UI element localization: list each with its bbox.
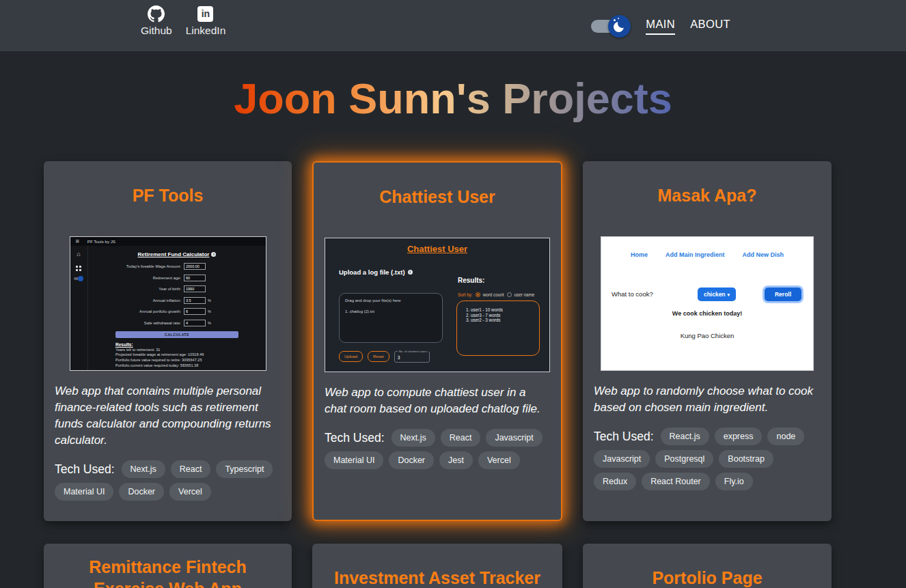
tech-pill: Vercel (478, 451, 520, 469)
ma-question-label: What to cook? (612, 290, 653, 298)
menu-icon: ≡ (76, 238, 79, 244)
pf-titlebar: ≡ PF Tools by JS (70, 237, 266, 246)
dark-mode-toggle[interactable] (591, 14, 631, 38)
pf-result-line: Portfolio future value required to retir… (115, 358, 238, 363)
project-title: Chattiest User (379, 186, 495, 208)
pf-main-panel: Retirement Fund Calculatori Today's live… (89, 246, 266, 370)
tech-pill: React (441, 429, 481, 447)
project-title: Portolio Page (652, 567, 762, 588)
pf-form-row: Today's liveable Wage Amount:2000.00 (115, 263, 238, 270)
tech-pill: React Router (642, 473, 710, 490)
project-card-chattiest-user[interactable]: Chattiest User Chattiest User Upload a l… (312, 161, 562, 521)
pf-result-line: Years left to retirement: 31 (115, 348, 238, 352)
pf-input: 6 (184, 308, 206, 315)
home-icon: ⌂ (77, 251, 80, 257)
masak-apa-screenshot: Home Add Main Ingredient Add New Dish Wh… (601, 236, 814, 371)
nav-link-about[interactable]: ABOUT (690, 16, 730, 35)
projects-grid: PF Tools ≡ PF Tools by JS ⌂ Retirement F… (44, 161, 832, 588)
pf-result-line: Projected liveable wage at retirement ag… (115, 352, 238, 357)
nav-link-main[interactable]: MAIN (646, 16, 675, 35)
pf-input: 4 (184, 320, 206, 326)
tech-used-section: Tech Used: Next.js React Typescript Mate… (55, 460, 281, 501)
radio-unselected-icon (507, 292, 512, 297)
pf-tools-screenshot: ≡ PF Tools by JS ⌂ Retirement Fund Calcu… (70, 236, 266, 371)
radio-selected-icon (476, 292, 480, 297)
mini-theme-toggle-icon (74, 276, 83, 281)
tech-pill: Material UI (325, 451, 383, 469)
hero: Joon Sunn's Projects (0, 72, 906, 126)
pf-input: 60 (184, 275, 206, 281)
cu-controls: Upload Reset No. of chattiest users 3 (339, 351, 430, 363)
pf-form: Today's liveable Wage Amount:2000.00 Ret… (115, 263, 238, 326)
project-description: Web app that contains multiple personal … (55, 383, 281, 449)
cu-result-line: 3. user2 - 3 words (466, 318, 539, 323)
project-title: PF Tools (133, 184, 204, 206)
linkedin-link[interactable]: in LinkedIn (186, 5, 226, 37)
cu-dropzone: Drag and drop your file(s) here 1. chatl… (339, 293, 443, 343)
apps-grid-icon (76, 266, 78, 268)
cu-results-box: 1. user1 - 10 words 2. user3 - 7 words 3… (456, 300, 540, 356)
project-card-masak-apa[interactable]: Masak Apa? Home Add Main Ingredient Add … (583, 161, 832, 521)
tech-pill: Material UI (55, 483, 113, 501)
ma-ingredient-dropdown: chicken▾ (698, 288, 736, 301)
pf-input: 1990 (184, 285, 206, 292)
github-label: Github (141, 25, 172, 37)
linkedin-label: LinkedIn (186, 25, 226, 37)
cu-upload-label: Upload a log file (.txt)i (339, 268, 413, 276)
project-description: Web app to compute chattiest user in a c… (325, 384, 550, 417)
info-icon: i (211, 252, 216, 257)
tech-pill: Redux (594, 473, 636, 490)
tech-used-section: Tech Used: Next.js React Javascript Mate… (325, 429, 550, 469)
tech-used-label: Tech Used: (55, 462, 115, 477)
pf-input: 3.5 (184, 297, 206, 304)
pf-window-title: PF Tools by JS (87, 239, 115, 244)
star-icon (618, 18, 619, 19)
toggle-thumb (608, 15, 631, 38)
pf-result-line: Portfolio current value required today: … (115, 363, 238, 368)
tech-pill: node (767, 428, 804, 445)
tech-pill: Javascript (594, 450, 650, 468)
pf-form-row: Retirement age:60 (115, 275, 238, 281)
project-card-remittance-fintech[interactable]: Remittance Fintech Exercise Web App (44, 544, 292, 588)
ma-nav-link: Home (631, 251, 648, 258)
project-title: Investment Asset Tracker (334, 567, 540, 588)
ma-reroll-button: Reroll (765, 288, 801, 301)
cu-upload-button: Upload (339, 351, 363, 362)
pf-form-row: Year of birth:1990 (115, 285, 238, 292)
tech-used-section: Tech Used: React.js express node Javascr… (594, 428, 821, 490)
page-title: Joon Sunn's Projects (234, 72, 672, 126)
ma-navbar: Home Add Main Ingredient Add New Dish (601, 251, 813, 258)
ma-dish-result: Kung Pao Chicken (601, 332, 813, 339)
cu-reset-button: Reset (368, 351, 389, 362)
tech-pill: React (171, 460, 211, 478)
cu-app-title: Chattiest User (325, 244, 549, 254)
cu-sort-option: user name (514, 292, 535, 297)
info-icon: i (408, 270, 413, 275)
star-icon (614, 19, 616, 21)
github-link[interactable]: Github (141, 5, 172, 37)
ma-controls-row: What to cook? chicken▾ Reroll (612, 288, 803, 301)
tech-pill: Next.js (122, 460, 165, 478)
linkedin-icon: in (197, 5, 213, 23)
tech-pill: Vercel (169, 483, 211, 501)
project-card-investment-asset-tracker[interactable]: Investment Asset Tracker (312, 544, 562, 588)
tech-pill: Jest (439, 451, 473, 469)
cu-results-heading: Results: (458, 277, 484, 284)
cu-sort-row: Sort by: word count user name (458, 292, 534, 297)
tech-pill: Javascript (486, 429, 542, 447)
project-title: Masak Apa? (658, 184, 757, 206)
tech-used-label: Tech Used: (594, 430, 654, 444)
pf-form-row: Annual inflation:3.5% (115, 297, 238, 304)
project-description: Web app to randomly choose what to cook … (594, 383, 821, 416)
social-links: Github in LinkedIn (141, 5, 225, 37)
tech-pill: express (715, 428, 763, 445)
project-card-pf-tools[interactable]: PF Tools ≡ PF Tools by JS ⌂ Retirement F… (44, 161, 292, 521)
pf-form-row: Annual portfolio growth:6% (115, 308, 238, 315)
project-title: Remittance Fintech Exercise Web App (89, 556, 247, 588)
project-card-portolio-page[interactable]: Portolio Page (583, 544, 832, 588)
tech-pill: Docker (119, 483, 164, 501)
pf-form-row: Safe withdrawal rate:4% (115, 320, 238, 326)
cu-count-field: No. of chattiest users 3 (394, 351, 430, 363)
ma-nav-link: Add Main Ingredient (665, 251, 725, 258)
ma-message: We cook chicken today! (601, 310, 813, 317)
